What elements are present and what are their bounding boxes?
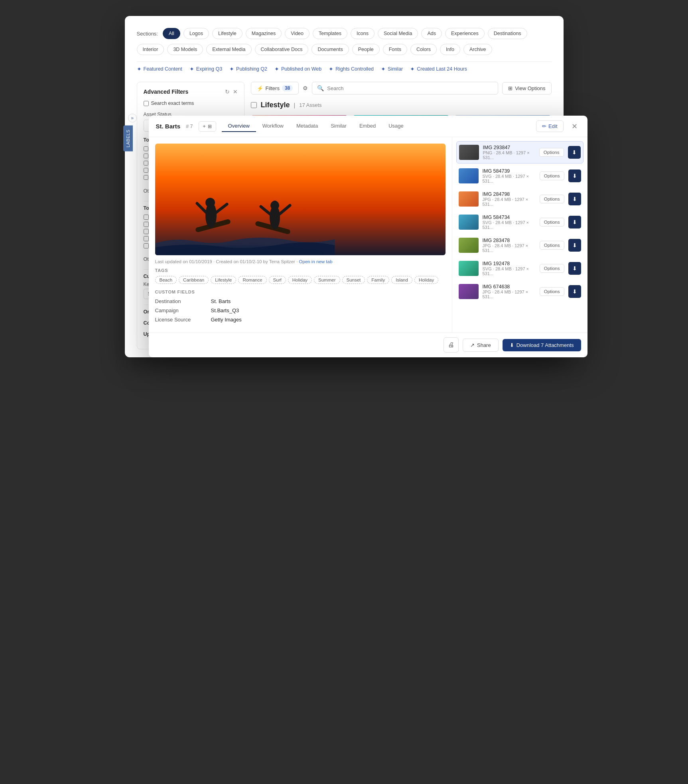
filetype-checkbox-svg[interactable] (144, 243, 149, 248)
file-download-btn-6[interactable]: ⬇ (568, 285, 581, 298)
section-btn-experiences[interactable]: Experiences (445, 28, 485, 39)
filters-button[interactable]: ⚡ Filters 38 (251, 82, 299, 95)
quick-filter-featured[interactable]: ✦Featured Content (137, 66, 182, 72)
filetype-checkbox-pdf[interactable] (144, 229, 149, 234)
view-options-button[interactable]: ⊞ View Options (502, 82, 551, 95)
section-btn-magazines[interactable]: Magazines (246, 28, 282, 39)
modal-tab-similar[interactable]: Similar (324, 120, 353, 132)
file-item-3[interactable]: IMG 584734 SVG · 28.4 MB · 1297 × 531...… (456, 211, 584, 233)
modal-tab-usage[interactable]: Usage (382, 120, 410, 132)
cf-key-2: License Source (155, 317, 211, 323)
filters-refresh-icon[interactable]: ↻ (225, 89, 230, 95)
section-btn-people[interactable]: People (352, 44, 380, 55)
file-options-btn-2[interactable]: Options (540, 195, 564, 203)
section-btn-icons[interactable]: Icons (351, 28, 375, 39)
exact-terms-label: Search exact terms (151, 100, 194, 106)
section-btn-interior[interactable]: Interior (137, 44, 164, 55)
section-btn-info[interactable]: Info (440, 44, 460, 55)
section-btn-colors[interactable]: Colors (410, 44, 437, 55)
file-download-btn-5[interactable]: ⬇ (568, 262, 581, 275)
section-btn-video[interactable]: Video (285, 28, 310, 39)
footer-print-button[interactable]: 🖨 (444, 337, 459, 353)
file-options-btn-1[interactable]: Options (540, 171, 564, 180)
file-options-btn-6[interactable]: Options (540, 287, 564, 296)
section-btn-fonts[interactable]: Fonts (383, 44, 407, 55)
quick-filter-created_24h[interactable]: ✦Created Last 24 Hours (410, 66, 467, 72)
file-item-6[interactable]: IMG 674638 JPG · 28.4 MB · 1297 × 531...… (456, 281, 584, 302)
file-item-5[interactable]: IMG 192478 SVG · 28.4 MB · 1297 × 531...… (456, 258, 584, 279)
quick-filter-publishing[interactable]: ✦Publishing Q2 (229, 66, 267, 72)
modal-close-button[interactable]: ✕ (569, 121, 580, 132)
file-item-4[interactable]: IMG 283478 JPG · 28.4 MB · 1297 × 531...… (456, 234, 584, 256)
filters-close-icon[interactable]: ✕ (233, 89, 238, 95)
modal-tag-4[interactable]: Surf (269, 276, 286, 284)
file-download-btn-2[interactable]: ⬇ (568, 193, 581, 205)
filetype-checkbox-jpg[interactable] (144, 215, 149, 220)
section-btn-ads[interactable]: Ads (421, 28, 442, 39)
file-options-btn-3[interactable]: Options (540, 218, 564, 227)
footer-share-button[interactable]: ↗ Share (463, 339, 499, 352)
tag-checkbox-left-0[interactable] (144, 146, 148, 151)
file-download-btn-3[interactable]: ⬇ (568, 216, 581, 229)
section-btn-logos[interactable]: Logos (183, 28, 209, 39)
modal-file-list: IMG 293847 PNG · 28.4 MB · 1297 × 531...… (452, 137, 587, 332)
lifestyle-section-checkbox[interactable] (251, 102, 257, 108)
modal-tag-6[interactable]: Summer (314, 276, 340, 284)
section-btn-lifestyle[interactable]: Lifestyle (212, 28, 242, 39)
modal-tab-embed[interactable]: Embed (353, 120, 382, 132)
modal-tag-2[interactable]: Lifestyle (211, 276, 236, 284)
section-btn-templates[interactable]: Templates (313, 28, 347, 39)
modal-tag-3[interactable]: Romance (238, 276, 266, 284)
modal-tab-workflow[interactable]: Workflow (256, 120, 290, 132)
section-btn-social_media[interactable]: Social Media (378, 28, 418, 39)
section-btn-archive[interactable]: Archive (463, 44, 492, 55)
tag-checkbox-left-2[interactable] (144, 161, 148, 165)
modal-tag-5[interactable]: Holiday (288, 276, 312, 284)
file-item-0[interactable]: IMG 293847 PNG · 28.4 MB · 1297 × 531...… (456, 141, 584, 163)
file-download-btn-4[interactable]: ⬇ (568, 239, 581, 252)
quick-filter-similar[interactable]: ✦Similar (381, 66, 403, 72)
modal-tag-1[interactable]: Caribbean (179, 276, 209, 284)
modal-tag-8[interactable]: Family (367, 276, 389, 284)
footer-download-button[interactable]: ⬇ Download 7 Attachments (503, 339, 581, 351)
tag-checkbox-left-4[interactable] (144, 175, 148, 180)
quick-filter-rights[interactable]: ✦Rights Controlled (329, 66, 374, 72)
modal-tag-0[interactable]: Beach (155, 276, 177, 284)
file-item-2[interactable]: IMG 284798 JPG · 28.4 MB · 1297 × 531...… (456, 188, 584, 210)
modal-add-button[interactable]: + ⊞ (199, 121, 216, 132)
labels-tab[interactable]: LABELS (123, 126, 133, 152)
file-download-btn-0[interactable]: ⬇ (568, 146, 581, 159)
modal-tag-10[interactable]: Holiday (414, 276, 438, 284)
filetype-checkbox-png[interactable] (144, 222, 149, 227)
file-item-1[interactable]: IMG 584739 SVG · 28.4 MB · 1297 × 531...… (456, 165, 584, 187)
modal-tag-9[interactable]: Island (391, 276, 412, 284)
quick-filter-icon: ✦ (189, 66, 194, 72)
filetype-checkbox-eps[interactable] (144, 236, 149, 241)
section-btn-external_media[interactable]: External Media (206, 44, 251, 55)
collapse-panel-arrow[interactable]: » (128, 114, 137, 122)
file-options-btn-0[interactable]: Options (539, 148, 564, 157)
section-btn-collaborative_docs[interactable]: Collaborative Docs (255, 44, 309, 55)
section-btn-destinations[interactable]: Destinations (488, 28, 527, 39)
search-input[interactable] (327, 85, 493, 91)
quick-filter-expiring[interactable]: ✦Expiring Q3 (189, 66, 222, 72)
file-options-btn-4[interactable]: Options (540, 241, 564, 250)
file-download-btn-1[interactable]: ⬇ (568, 169, 581, 182)
file-options-btn-5[interactable]: Options (540, 264, 564, 273)
section-btn-documents[interactable]: Documents (311, 44, 349, 55)
modal-tab-metadata[interactable]: Metadata (290, 120, 324, 132)
quick-filter-published_web[interactable]: ✦Published on Web (274, 66, 321, 72)
filter-icon: ⚡ (257, 85, 263, 91)
modal-tag-7[interactable]: Sunset (342, 276, 365, 284)
tag-checkbox-left-1[interactable] (144, 154, 148, 158)
download-icon: ⬇ (510, 342, 514, 348)
tag-checkbox-left-3[interactable] (144, 168, 148, 173)
filters-panel-actions: ↻ ✕ (225, 89, 238, 95)
exact-terms-checkbox[interactable] (144, 101, 149, 106)
open-in-new-tab-link[interactable]: Open in new tab (299, 259, 333, 264)
modal-tab-overview[interactable]: Overview (222, 120, 256, 132)
section-btn-3d_models[interactable]: 3D Models (167, 44, 203, 55)
modal-meta: Last updated on 01/10/2019 · Created on … (155, 259, 446, 264)
modal-edit-button[interactable]: ✏ Edit (536, 120, 563, 132)
section-btn-all[interactable]: All (163, 28, 180, 39)
